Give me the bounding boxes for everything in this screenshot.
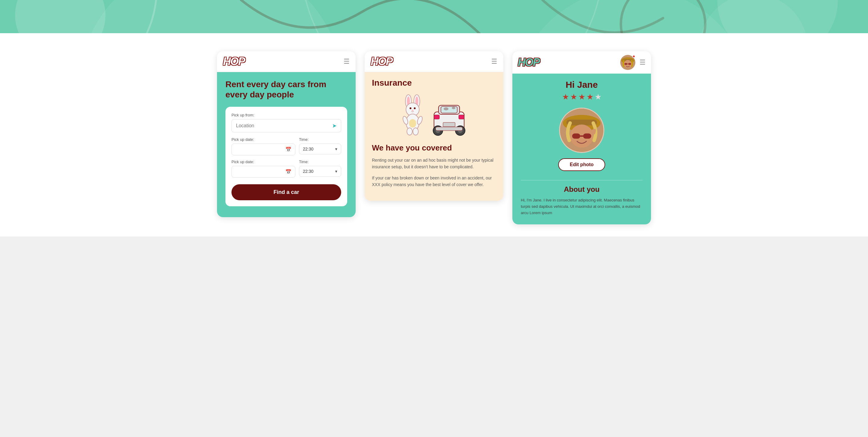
card3-nav: HOP xyxy=(513,51,651,74)
card3-teal-body: Hi Jane ★ ★ ★ ★ ★ xyxy=(513,74,651,224)
card2-body: Insurance xyxy=(365,72,503,201)
star-2: ★ xyxy=(570,92,577,101)
card2-header: HOP ☰ xyxy=(365,51,503,72)
menu-icon-card2[interactable]: ☰ xyxy=(491,58,497,65)
about-you-title: About you xyxy=(521,185,643,194)
car-illustration xyxy=(430,100,469,136)
search-card: HOP ☰ Rent every day cars from every day… xyxy=(217,51,355,217)
time-select-1[interactable]: 22:30 00:00 06:00 12:00 18:00 xyxy=(303,147,335,151)
white-spacer xyxy=(0,33,868,51)
profile-divider xyxy=(521,180,643,180)
time-select-2[interactable]: 22:30 00:00 06:00 12:00 18:00 xyxy=(303,169,335,174)
card1-header: HOP ☰ xyxy=(217,51,355,72)
hi-name: Hi Jane xyxy=(521,80,643,90)
date-field-1: Pick up date: 01/09/2017 📅 xyxy=(231,137,296,155)
time-field-1: Time: 22:30 00:00 06:00 12:00 18:00 ▾ xyxy=(299,137,341,155)
insurance-para-2: If your car has broken down or been invo… xyxy=(372,175,496,188)
banner-decoration xyxy=(0,0,868,33)
date-input-1[interactable]: 01/09/2017 xyxy=(236,147,285,152)
about-you-text: Hi, I'm Jane. I live in consectetur adip… xyxy=(521,197,643,216)
find-car-button[interactable]: Find a car xyxy=(231,184,341,200)
insurance-title: Insurance xyxy=(372,78,496,88)
date-time-row-1: Pick up date: 01/09/2017 📅 Time: 22:30 0… xyxy=(231,137,341,155)
search-form: Pick up from: ➤ Pick up date: 01/09/2017… xyxy=(225,107,347,206)
date-label-1: Pick up date: xyxy=(231,137,296,142)
svg-point-19 xyxy=(413,128,418,135)
hop-logo-card2: HOP xyxy=(371,56,393,67)
time-field-2: Time: 22:30 00:00 06:00 12:00 18:00 ▾ xyxy=(299,159,341,178)
svg-rect-44 xyxy=(572,134,580,139)
svg-rect-25 xyxy=(443,122,455,127)
date-time-row-2: Pick up date: 01/09/2017 📅 Time: 22:30 0… xyxy=(231,159,341,178)
insurance-card: HOP ☰ Insurance xyxy=(365,51,503,201)
location-input[interactable] xyxy=(236,123,332,128)
bunny-illustration xyxy=(399,94,427,136)
svg-point-18 xyxy=(407,128,412,135)
date-input-2[interactable]: 01/09/2017 xyxy=(236,170,285,174)
time-select-wrap-1[interactable]: 22:30 00:00 06:00 12:00 18:00 ▾ xyxy=(299,144,341,154)
hop-logo-card1: HOP xyxy=(223,56,245,67)
time-label-1: Time: xyxy=(299,137,341,142)
star-half: ★ xyxy=(587,92,593,101)
svg-point-31 xyxy=(444,107,448,110)
card1-body: Rent every day cars from every day peopl… xyxy=(217,72,355,217)
time-select-wrap-2[interactable]: 22:30 00:00 06:00 12:00 18:00 ▾ xyxy=(299,166,341,177)
svg-point-13 xyxy=(412,110,413,111)
date-label-2: Pick up date: xyxy=(231,159,296,164)
we-have-covered-title: We have you covered xyxy=(372,143,496,153)
menu-icon-card1[interactable]: ☰ xyxy=(344,58,350,65)
svg-point-11 xyxy=(410,107,411,109)
profile-photo xyxy=(559,108,604,153)
user-avatar-nav[interactable] xyxy=(620,55,635,70)
menu-icon-card3[interactable]: ☰ xyxy=(640,59,646,66)
insurance-para-1: Renting out your car on an ad hoc basis … xyxy=(372,157,496,170)
svg-rect-45 xyxy=(583,134,591,139)
hero-title: Rent every day cars from every day peopl… xyxy=(225,79,347,99)
date-field-2: Pick up date: 01/09/2017 📅 xyxy=(231,159,296,178)
svg-rect-23 xyxy=(434,115,439,119)
profile-card: HOP xyxy=(513,51,651,224)
svg-rect-38 xyxy=(628,63,631,65)
pickup-label: Pick up from: xyxy=(231,113,341,117)
svg-rect-30 xyxy=(435,127,463,130)
chevron-down-icon-1: ▾ xyxy=(335,147,337,151)
hop-logo-card3: HOP xyxy=(518,57,539,68)
star-3: ★ xyxy=(578,92,585,101)
location-input-wrap[interactable]: ➤ xyxy=(231,119,341,133)
main-content: HOP ☰ Rent every day cars from every day… xyxy=(0,51,868,236)
time-label-2: Time: xyxy=(299,159,341,164)
svg-point-15 xyxy=(409,119,416,127)
svg-rect-24 xyxy=(459,115,464,119)
edit-photo-button[interactable]: Edit photo xyxy=(558,158,605,171)
calendar-icon-2: 📅 xyxy=(285,169,291,175)
notification-dot xyxy=(632,55,635,58)
date-input-wrap-1[interactable]: 01/09/2017 📅 xyxy=(231,144,296,155)
svg-point-12 xyxy=(414,107,415,109)
profile-photo-image xyxy=(560,108,603,153)
date-input-wrap-2[interactable]: 01/09/2017 📅 xyxy=(231,166,296,178)
star-rating: ★ ★ ★ ★ ★ xyxy=(521,92,643,101)
chevron-down-icon-2: ▾ xyxy=(335,169,337,174)
star-empty: ★ xyxy=(595,92,601,101)
svg-point-5 xyxy=(699,0,808,33)
svg-point-32 xyxy=(452,107,456,109)
location-arrow-icon: ➤ xyxy=(332,122,337,129)
banner xyxy=(0,0,868,33)
calendar-icon-1: 📅 xyxy=(285,147,291,152)
illustration-area xyxy=(372,94,496,136)
star-1: ★ xyxy=(562,92,569,101)
svg-rect-37 xyxy=(624,63,627,65)
